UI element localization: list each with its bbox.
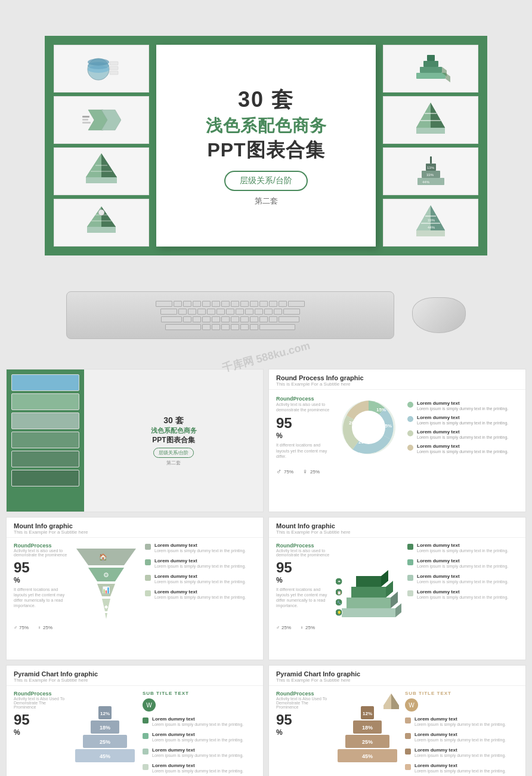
key	[221, 301, 230, 307]
key	[259, 316, 268, 322]
svg-marker-15	[86, 177, 117, 183]
mount2-process-sub: Activity text is also used to demonstrat…	[276, 549, 330, 557]
key	[231, 316, 239, 322]
mount1-process-label: RoundProcess	[14, 543, 67, 549]
mount1-male-icon: ♂	[14, 625, 17, 630]
round-header: Round Process Info graphic This is Examp…	[269, 369, 525, 390]
key	[250, 301, 258, 307]
svg-marker-47	[416, 230, 445, 236]
slide-mount-2: Mount Info graphic This is Example For a…	[268, 517, 526, 660]
mount1-left-info: RoundProcess Activity text is also used …	[14, 543, 67, 608]
key	[156, 301, 172, 307]
keyboard-section	[0, 279, 532, 345]
svg-rect-27	[423, 61, 438, 67]
pyr2-body: RoundProcess Activity text is Also Used …	[269, 686, 525, 776]
pyr1-legend: Lorem dummy text Lorem ipsum is simply d…	[143, 716, 256, 774]
mount2-body: RoundProcess Activity text is also used …	[269, 538, 525, 625]
slide-cover: 30 套 浅色系配色商务 PPT图表合集 层级关系/台阶 第二套	[6, 369, 264, 512]
pyr2-title: Pyramid Chart Info graphic	[276, 670, 518, 678]
legend-item-1: Lorem dummy text Lorem ipsum is simply d…	[407, 401, 518, 411]
key	[279, 316, 299, 322]
slide-mount-1: Mount Info graphic This is Example For a…	[6, 517, 264, 660]
legend-text-3: Lorem dummy text Lorem ipsum is simply d…	[417, 429, 508, 440]
male-value: 75%	[284, 469, 293, 475]
legend-dot-4	[407, 445, 413, 451]
key	[202, 301, 211, 307]
key	[207, 309, 215, 315]
round-body: RoundProcess Activity text is also used …	[269, 390, 525, 465]
mount1-legend-1: Lorem dummy text Lorem ipsum is simply d…	[145, 543, 256, 553]
key	[221, 324, 230, 330]
key	[193, 316, 201, 322]
pyr2-chart: 45% 25% 18% 12%	[335, 691, 400, 768]
cover-cn2: PPT图表合集	[151, 435, 197, 445]
svg-text:💡: 💡	[337, 611, 342, 615]
round-left-info: RoundProcess Activity text is also used …	[276, 396, 330, 458]
pyr1-title: Pyramid Chart Info graphic	[14, 670, 256, 678]
mount1-header: Mount Info graphic This is Example For a…	[7, 518, 263, 538]
slide-pyramid-1: Pyramid Chart Info graphic This is Examp…	[6, 665, 264, 776]
key	[212, 316, 220, 322]
cover-left-thumbnails	[7, 369, 84, 512]
mount2-num: 95	[276, 559, 330, 576]
pyr2-sub: Activity text is Also Used To Demonstrat…	[276, 697, 330, 709]
mount2-legend-3: Lorem dummy text Lorem ipsum is simply d…	[407, 574, 518, 584]
pyr2-left-info: RoundProcess Activity text is Also Used …	[276, 691, 330, 737]
svg-text:44%: 44%	[422, 180, 430, 184]
pyr1-pct: %	[14, 728, 67, 737]
key	[259, 301, 268, 307]
svg-text:18%: 18%	[362, 725, 373, 731]
key	[193, 301, 201, 307]
key	[226, 309, 234, 315]
mount2-dot-2	[407, 559, 413, 565]
banner-num: 30 套	[206, 85, 327, 115]
mount1-pct: %	[14, 576, 67, 584]
pyr1-subtitle: This is Example For a Subtitle here	[14, 678, 256, 683]
svg-text:25%: 25%	[100, 739, 110, 745]
key	[183, 301, 191, 307]
cover-badge: 层级关系/台阶	[153, 448, 194, 458]
mount2-male-val: 25%	[282, 625, 291, 630]
key	[269, 316, 277, 322]
ml-dot-1	[145, 544, 151, 550]
svg-text:45%: 45%	[100, 753, 110, 759]
key	[231, 324, 239, 330]
legend-dot-3	[407, 430, 413, 436]
pyr2-icon: W	[405, 698, 418, 712]
pyr2-sub-title: SUB TITLE TEXT	[405, 691, 518, 696]
svg-rect-10	[82, 119, 88, 121]
svg-text:18%: 18%	[100, 725, 110, 731]
pyr1-num: 95	[14, 712, 67, 728]
round-stats: ♂ 75% ♀ 25%	[269, 465, 525, 481]
svg-rect-9	[82, 116, 89, 118]
male-icon: ♂	[276, 467, 282, 476]
pyr2-process-label: RoundProcess	[276, 691, 330, 697]
mount1-male-val: 75%	[19, 625, 29, 630]
mount2-legend-2: Lorem dummy text Lorem ipsum is simply d…	[407, 558, 518, 569]
key	[264, 309, 273, 315]
pyr2-num: 95	[276, 712, 330, 728]
mount2-legend-4: Lorem dummy text Lorem ipsum is simply d…	[407, 589, 518, 600]
legend-dot-1	[407, 402, 413, 408]
mini-thumb-5	[11, 451, 79, 467]
mount1-desc: It different locations and layouts yet t…	[14, 587, 67, 608]
svg-text:13%: 13%	[427, 166, 435, 170]
svg-text:44%: 44%	[428, 226, 435, 229]
key	[160, 309, 177, 315]
mount1-legend-3: Lorem dummy text Lorem ipsum is simply d…	[145, 574, 256, 584]
mount1-title: Mount Info graphic	[14, 522, 256, 529]
key	[240, 316, 249, 322]
mount2-dot-4	[407, 590, 413, 596]
female-value: 25%	[310, 469, 320, 475]
ml-dot-3	[145, 575, 151, 581]
mount2-stats: ♂ 25% ♀ 25%	[269, 625, 525, 635]
pyr1-process-label: RoundProcess	[14, 691, 67, 697]
legend-dot-2	[407, 416, 413, 422]
thumb-4	[54, 199, 149, 247]
mount2-dot-1	[407, 544, 413, 550]
pyr1-chart: 45% 25% 18% 12%	[72, 691, 138, 768]
key	[183, 316, 191, 322]
key	[283, 309, 300, 315]
ml-dot-2	[145, 559, 151, 565]
mount1-legend-2: Lorem dummy text Lorem ipsum is simply d…	[145, 558, 256, 569]
